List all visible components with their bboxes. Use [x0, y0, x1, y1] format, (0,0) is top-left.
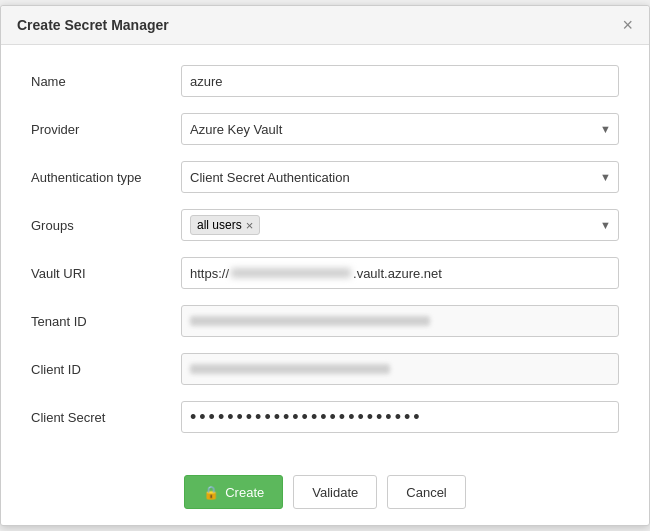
groups-wrapper[interactable]: all users × ▼ — [181, 209, 619, 241]
client-id-row: Client ID — [31, 353, 619, 385]
client-secret-label: Client Secret — [31, 410, 181, 425]
client-secret-row: Client Secret — [31, 401, 619, 433]
client-secret-input[interactable] — [181, 401, 619, 433]
name-input[interactable] — [181, 65, 619, 97]
tenant-id-value[interactable] — [181, 305, 619, 337]
groups-tag-label: all users — [197, 218, 242, 232]
create-button[interactable]: 🔒 Create — [184, 475, 283, 509]
vault-uri-input-display[interactable]: https://.vault.azure.net — [181, 257, 619, 289]
modal-body: Name Provider Azure Key Vault AWS Secret… — [1, 45, 649, 459]
tenant-id-label: Tenant ID — [31, 314, 181, 329]
modal-title: Create Secret Manager — [17, 17, 169, 33]
client-id-value[interactable] — [181, 353, 619, 385]
auth-type-label: Authentication type — [31, 170, 181, 185]
modal-header: Create Secret Manager × — [1, 6, 649, 45]
provider-select[interactable]: Azure Key Vault AWS Secrets Manager Hash… — [181, 113, 619, 145]
create-lock-icon: 🔒 — [203, 485, 219, 500]
auth-type-select-wrapper: Client Secret Authentication Certificate… — [181, 161, 619, 193]
provider-label: Provider — [31, 122, 181, 137]
client-id-label: Client ID — [31, 362, 181, 377]
cancel-button[interactable]: Cancel — [387, 475, 465, 509]
vault-uri-text: https://.vault.azure.net — [190, 266, 442, 281]
auth-type-row: Authentication type Client Secret Authen… — [31, 161, 619, 193]
name-row: Name — [31, 65, 619, 97]
provider-row: Provider Azure Key Vault AWS Secrets Man… — [31, 113, 619, 145]
tenant-id-blurred — [190, 316, 430, 326]
vault-uri-prefix: https:// — [190, 266, 229, 281]
vault-uri-blurred-host — [231, 268, 351, 278]
tenant-id-row: Tenant ID — [31, 305, 619, 337]
groups-tag-remove-button[interactable]: × — [246, 219, 254, 232]
client-id-blurred — [190, 364, 390, 374]
groups-input[interactable]: all users × — [181, 209, 619, 241]
vault-uri-suffix: .vault.azure.net — [353, 266, 442, 281]
modal-footer: 🔒 Create Validate Cancel — [1, 459, 649, 525]
validate-button[interactable]: Validate — [293, 475, 377, 509]
auth-type-select[interactable]: Client Secret Authentication Certificate… — [181, 161, 619, 193]
vault-uri-label: Vault URI — [31, 266, 181, 281]
create-secret-manager-modal: Create Secret Manager × Name Provider Az… — [0, 5, 650, 526]
groups-tag: all users × — [190, 215, 260, 235]
name-label: Name — [31, 74, 181, 89]
vault-uri-row: Vault URI https://.vault.azure.net — [31, 257, 619, 289]
groups-row: Groups all users × ▼ — [31, 209, 619, 241]
groups-label: Groups — [31, 218, 181, 233]
provider-select-wrapper: Azure Key Vault AWS Secrets Manager Hash… — [181, 113, 619, 145]
create-button-label: Create — [225, 485, 264, 500]
close-button[interactable]: × — [622, 16, 633, 34]
